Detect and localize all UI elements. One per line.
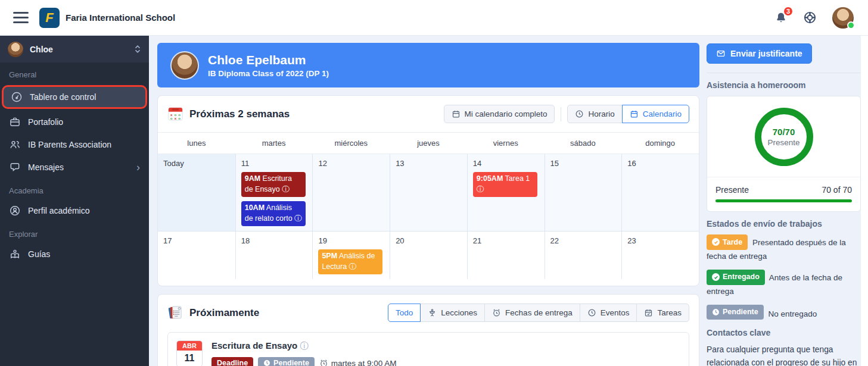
info-icon[interactable]: ⓘ bbox=[294, 214, 302, 224]
filter-eventos[interactable]: Eventos bbox=[580, 304, 637, 322]
student-name: Chloe Epelbaum bbox=[208, 53, 329, 67]
calendar-cell-11[interactable]: 11 9AM Escritura de Ensayo ⓘ 10AM Anális… bbox=[235, 154, 313, 231]
event-time: martes at 9:00 AM bbox=[319, 359, 397, 366]
legend-text: No entregado bbox=[769, 309, 817, 318]
calendar-cell-18[interactable]: 18 bbox=[235, 231, 313, 279]
faria-logo[interactable]: F bbox=[39, 8, 60, 28]
divider bbox=[707, 73, 861, 73]
filter-fechas-de-entrega[interactable]: Fechas de entrega bbox=[484, 304, 580, 322]
left-sidebar: Chloe General Tablero de control Portafo… bbox=[0, 36, 149, 366]
sidebar-item-perfil-academico[interactable]: Perfil académico bbox=[0, 199, 149, 222]
envelope-icon bbox=[716, 49, 726, 58]
calendar-cell-17[interactable]: 17 bbox=[158, 231, 235, 279]
sidebar-item-mensajes[interactable]: Mensajes › bbox=[0, 156, 149, 179]
calendar-week-2: 17 18 19 5PM Análisis de Lectura ⓘ 20 21… bbox=[158, 231, 699, 279]
filter-tareas[interactable]: Tareas bbox=[636, 304, 689, 322]
calendar-icon bbox=[630, 110, 639, 118]
online-status-dot bbox=[847, 21, 855, 29]
clock-icon bbox=[575, 110, 584, 118]
clock-icon bbox=[263, 359, 270, 366]
divider bbox=[561, 107, 561, 121]
calendar-view-button[interactable]: Calendario bbox=[622, 105, 689, 123]
briefcase-icon bbox=[9, 116, 21, 128]
event-title[interactable]: Escritura de Ensayo ⓘ bbox=[211, 340, 396, 352]
calendar-day-headers: lunes martes miércoles jueves viernes sá… bbox=[158, 132, 699, 154]
chat-icon bbox=[9, 161, 21, 173]
legend-row-entregado: Entregado Antes de la fecha de entrega bbox=[707, 270, 861, 298]
dashboard-gauge-icon bbox=[11, 91, 23, 103]
deadline-badge: Deadline bbox=[211, 357, 253, 366]
calendar-cell-19[interactable]: 19 5PM Análisis de Lectura ⓘ bbox=[312, 231, 390, 279]
sidebar-item-guias[interactable]: Guías bbox=[0, 243, 149, 265]
event-analisis-de-lectura[interactable]: 5PM Análisis de Lectura ⓘ bbox=[318, 249, 382, 274]
calendar-cell-16[interactable]: 16 bbox=[621, 154, 699, 231]
event-escritura-de-ensayo[interactable]: 9AM Escritura de Ensayo ⓘ bbox=[241, 172, 306, 197]
section-label-explorar: Explorar bbox=[0, 222, 149, 243]
calendar-cell-20[interactable]: 20 bbox=[390, 231, 467, 279]
event-analisis-de-relato-corto[interactable]: 10AM Análisis de relato corto ⓘ bbox=[241, 201, 306, 226]
clock-icon bbox=[587, 308, 596, 317]
chevron-up-down-icon bbox=[134, 44, 141, 54]
calendar-cell-22[interactable]: 22 bbox=[545, 231, 622, 279]
sidebar-item-label: Mensajes bbox=[28, 162, 64, 172]
attendance-card: 70/70 Presente Presente 70 of 70 bbox=[707, 96, 861, 212]
user-avatar[interactable] bbox=[832, 7, 854, 29]
section-label-academia: Academia bbox=[0, 179, 149, 199]
check-circle-icon bbox=[712, 273, 720, 281]
upcoming-title: Próximamente bbox=[189, 307, 259, 319]
info-icon[interactable]: ⓘ bbox=[300, 341, 308, 351]
info-icon[interactable]: ⓘ bbox=[282, 184, 290, 195]
profile-switcher[interactable]: Chloe bbox=[0, 36, 149, 62]
student-banner: Chloe Epelbaum IB Diploma Class of 2022 … bbox=[157, 43, 699, 87]
upcoming-event-item[interactable]: ABR 11 Escritura de Ensayo ⓘ Deadline Pe… bbox=[167, 332, 689, 366]
academic-profile-icon bbox=[9, 205, 21, 217]
attendance-bar-label: Presente bbox=[715, 185, 749, 195]
calendar-check-icon bbox=[644, 308, 653, 317]
pendiente-badge: Pendiente bbox=[707, 305, 764, 320]
event-date-chip: ABR 11 bbox=[176, 340, 203, 366]
send-absence-note-button[interactable]: Enviar justificante bbox=[707, 43, 812, 64]
info-icon[interactable]: ⓘ bbox=[477, 184, 484, 195]
chevron-right-icon: › bbox=[136, 162, 140, 173]
sidebar-avatar bbox=[8, 42, 23, 57]
help-button[interactable] bbox=[803, 11, 817, 24]
event-tarea-1[interactable]: 9:05AM Tarea 1 ⓘ bbox=[473, 172, 537, 197]
calendar-icon bbox=[452, 110, 461, 118]
calendar-cell-today[interactable]: Today bbox=[158, 154, 235, 231]
full-calendar-button[interactable]: Mi calendario completo bbox=[444, 105, 555, 123]
calendar-card: xoo oxo Próximas 2 semanas Mi calendario… bbox=[157, 95, 699, 286]
calendar-emoji-icon: xoo oxo bbox=[167, 106, 183, 122]
sidebar-item-ib-parents-association[interactable]: IB Parents Association bbox=[0, 133, 149, 156]
student-class: IB Diploma Class of 2022 (DP 1) bbox=[208, 69, 329, 78]
main-content: Chloe Epelbaum IB Diploma Class of 2022 … bbox=[149, 36, 699, 366]
filter-lecciones[interactable]: Lecciones bbox=[420, 304, 485, 322]
filter-todo[interactable]: Todo bbox=[388, 304, 421, 322]
entregado-badge: Entregado bbox=[707, 270, 765, 285]
lectern-icon bbox=[428, 308, 437, 317]
sidebar-item-tablero-de-control[interactable]: Tablero de control bbox=[2, 85, 147, 109]
svg-text:o: o bbox=[178, 116, 181, 120]
attendance-ring-value: 70/70 bbox=[773, 127, 795, 137]
calendar-cell-21[interactable]: 21 bbox=[467, 231, 545, 279]
top-bar: F Faria International School 3 bbox=[0, 0, 868, 36]
bookmark-tabs-icon bbox=[167, 305, 183, 321]
info-icon[interactable]: ⓘ bbox=[349, 262, 357, 273]
calendar-cell-12[interactable]: 12 bbox=[312, 154, 390, 231]
schedule-view-button[interactable]: Horario bbox=[567, 105, 622, 123]
attendance-heading: Asistencia a homerooom bbox=[707, 80, 861, 90]
calendar-week-1: Today 11 9AM Escritura de Ensayo ⓘ 10AM … bbox=[158, 154, 699, 231]
attendance-ring-label: Presente bbox=[767, 138, 799, 147]
event-day: 11 bbox=[177, 351, 202, 366]
notifications-button[interactable]: 3 bbox=[774, 11, 788, 24]
sidebar-item-portafolio[interactable]: Portafolio bbox=[0, 111, 149, 133]
key-contacts-text: Para cualquier pregunta que tenga relaci… bbox=[707, 343, 861, 366]
calendar-cell-23[interactable]: 23 bbox=[621, 231, 699, 279]
calendar-cell-13[interactable]: 13 bbox=[390, 154, 467, 231]
svg-text:o: o bbox=[170, 116, 173, 120]
calendar-cell-14[interactable]: 14 9:05AM Tarea 1 ⓘ bbox=[467, 154, 545, 231]
check-circle-icon bbox=[712, 238, 720, 246]
submission-statuses-heading: Estados de envío de trabajos bbox=[707, 219, 861, 229]
tarde-badge: Tarde bbox=[707, 234, 748, 250]
hamburger-menu-icon[interactable] bbox=[13, 12, 29, 23]
calendar-cell-15[interactable]: 15 bbox=[545, 154, 622, 231]
